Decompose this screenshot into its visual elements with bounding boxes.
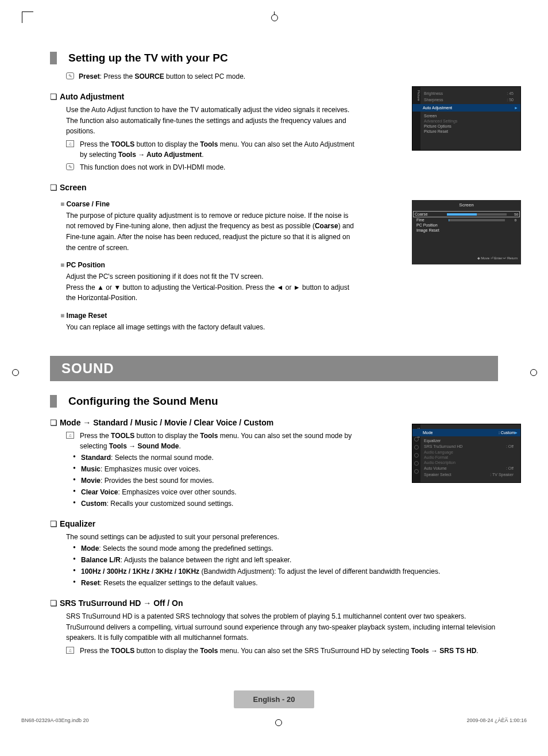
- tools-note: ♫ Press the TOOLS button to display the …: [66, 431, 354, 451]
- mode-bullet-list: Standard: Selects the normal sound mode.…: [73, 452, 354, 509]
- crop-mark-icon: [269, 11, 279, 21]
- image-reset-heading: Image Reset: [60, 312, 354, 320]
- coarse-fine-heading: Coarse / Fine: [60, 200, 354, 208]
- osd-screen-menu: Screen Coarse 50 Fine 0 PC Position Imag…: [412, 200, 521, 264]
- osd-footer-hints: ◆ Move ⏎ Enter ↩ Return: [415, 233, 518, 260]
- osd-picture-menu: Picture Brightness: 45 Sharpness: 50 Aut…: [412, 86, 521, 151]
- body-text: The sound settings can be adjusted to su…: [66, 532, 498, 543]
- print-footer: BN68-02329A-03Eng.indb 20 2009-08-24 ¿ÀÈ…: [21, 717, 527, 727]
- pc-position-heading: PC Position: [60, 261, 354, 269]
- section-bar-sound: SOUND: [50, 356, 498, 381]
- body-text: SRS TruSurround HD is a patented SRS tec…: [66, 611, 498, 643]
- print-timestamp: 2009-08-24 ¿ÀÈÄ 1:00:16: [466, 717, 527, 727]
- page-footer: English - 20: [234, 690, 314, 708]
- auto-adjustment-heading: Auto Adjustment: [50, 92, 354, 101]
- body-text: The purpose of picture quality adjustmen…: [66, 210, 354, 253]
- tools-icon: ♫: [66, 647, 74, 654]
- crop-corner: [22, 11, 33, 23]
- osd-sound-menu: Sound Mode: Custom Equalizer SRS TruSurr…: [412, 424, 521, 483]
- osd-slider-row: Coarse 50: [413, 211, 520, 217]
- equalizer-bullet-list: Mode: Selects the sound mode among the p…: [73, 543, 498, 588]
- osd-highlight-row: Mode: Custom: [412, 429, 520, 436]
- equalizer-heading: Equalizer: [50, 519, 498, 528]
- note-icon: ✎: [66, 163, 74, 170]
- osd-title: Screen: [415, 200, 518, 211]
- crop-mark-icon: [273, 717, 283, 727]
- crop-mark-icon: [10, 367, 20, 377]
- tools-note: ♫ Press the TOOLS button to display the …: [66, 139, 354, 160]
- osd-category-icons: [414, 437, 419, 474]
- body-text: You can replace all image settings with …: [66, 322, 354, 333]
- body-text: Use the Auto Adjust function to have the…: [66, 105, 354, 137]
- osd-slider-row: Fine 0: [415, 217, 518, 222]
- osd-highlight-row: Auto Adjustment: [412, 104, 520, 112]
- tools-icon: ♫: [66, 432, 74, 439]
- screen-heading: Screen: [50, 183, 354, 192]
- body-text: Press the ▲ or ▼ button to adjusting the…: [66, 282, 354, 304]
- body-text: Adjust the PC's screen positioning if it…: [66, 271, 354, 282]
- section-heading: Configuring the Sound Menu: [50, 395, 354, 408]
- note: ✎ This function does not work in DVI-HDM…: [66, 162, 354, 172]
- osd-tab-label: Picture: [412, 87, 420, 150]
- preset-note: ✎ Preset: Press the SOURCE button to sel…: [66, 71, 354, 82]
- tools-icon: ♫: [66, 140, 74, 147]
- crop-mark-icon: [528, 367, 538, 377]
- note-icon: ✎: [66, 72, 74, 79]
- srs-heading: SRS TruSurround HD → Off / On: [50, 598, 498, 608]
- doc-filename: BN68-02329A-03Eng.indb 20: [21, 717, 89, 727]
- tools-note: ♫ Press the TOOLS button to display the …: [66, 646, 498, 656]
- mode-heading: Mode → Standard / Music / Movie / Clear …: [50, 418, 354, 427]
- section-heading: Setting up the TV with your PC: [50, 52, 354, 64]
